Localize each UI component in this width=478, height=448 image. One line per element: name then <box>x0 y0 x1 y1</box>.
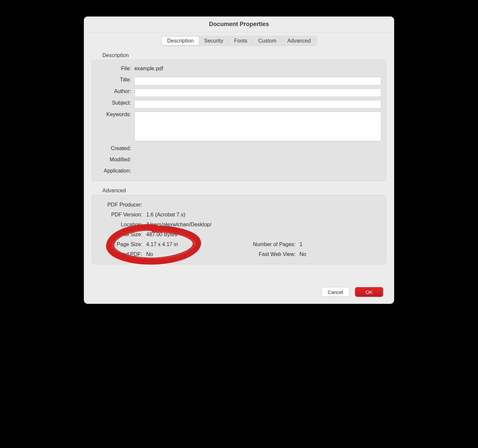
tab-custom[interactable]: Custom <box>253 37 282 45</box>
page-size-value: 4.17 x 4.17 in <box>146 241 245 247</box>
window-content: Description Security Fonts Custom Advanc… <box>84 36 394 304</box>
advanced-heading: Advanced <box>102 188 386 194</box>
tab-security[interactable]: Security <box>199 37 228 45</box>
subject-label: Subject: <box>97 99 134 106</box>
advanced-group: Advanced PDF Producer: PDF Version: 1.6 … <box>92 188 386 264</box>
cancel-button[interactable]: Cancel <box>322 287 349 297</box>
tab-advanced[interactable]: Advanced <box>282 37 316 45</box>
author-input[interactable] <box>134 88 381 97</box>
pdf-version-value: 1.6 (Acrobat 7.x) <box>146 212 381 218</box>
fast-web-value: No <box>299 251 306 257</box>
advanced-box: PDF Producer: PDF Version: 1.6 (Acrobat … <box>92 195 386 264</box>
fast-web-label: Fast Web View: <box>245 251 299 257</box>
ok-button[interactable]: OK <box>355 287 383 297</box>
dialog-footer: Cancel OK <box>92 264 386 297</box>
segmented-control: Description Security Fonts Custom Advanc… <box>161 36 317 46</box>
location-value: /Users/alexwlchan/Desktop/ <box>146 222 381 228</box>
tagged-pdf-label: Tagged PDF: <box>97 251 146 257</box>
document-properties-window: Document Properties Description Security… <box>84 16 394 304</box>
tab-fonts[interactable]: Fonts <box>229 37 253 45</box>
tab-bar: Description Security Fonts Custom Advanc… <box>92 36 386 46</box>
title-label: Title: <box>97 76 134 83</box>
location-label: Location: <box>97 222 146 228</box>
page-size-label: Page Size: <box>97 241 146 247</box>
application-value <box>134 167 381 168</box>
file-size-value: 487.00 Bytes <box>146 232 381 238</box>
num-pages-label: Number of Pages: <box>245 241 299 247</box>
created-value <box>134 144 381 145</box>
file-size-label: File Size: <box>97 232 146 238</box>
description-box: File: example.pdf Title: Author: Subject… <box>92 60 386 181</box>
modified-label: Modified: <box>97 156 134 163</box>
keywords-label: Keywords: <box>97 111 134 117</box>
application-label: Application: <box>97 167 134 174</box>
pdf-version-label: PDF Version: <box>97 212 146 218</box>
file-value: example.pdf <box>134 65 381 72</box>
created-label: Created: <box>97 144 134 151</box>
modified-value <box>134 156 381 157</box>
description-heading: Description <box>102 52 386 58</box>
tab-description[interactable]: Description <box>162 37 199 45</box>
description-group: Description File: example.pdf Title: Aut… <box>92 52 386 181</box>
titlebar: Document Properties <box>84 16 394 32</box>
keywords-input[interactable] <box>134 112 381 141</box>
file-label: File: <box>97 65 134 72</box>
subject-input[interactable] <box>134 100 381 109</box>
author-label: Author: <box>97 87 134 94</box>
tagged-pdf-value: No <box>146 251 245 257</box>
window-title: Document Properties <box>209 21 269 28</box>
num-pages-value: 1 <box>299 241 302 247</box>
pdf-producer-label: PDF Producer: <box>97 202 146 208</box>
title-input[interactable] <box>134 77 381 85</box>
